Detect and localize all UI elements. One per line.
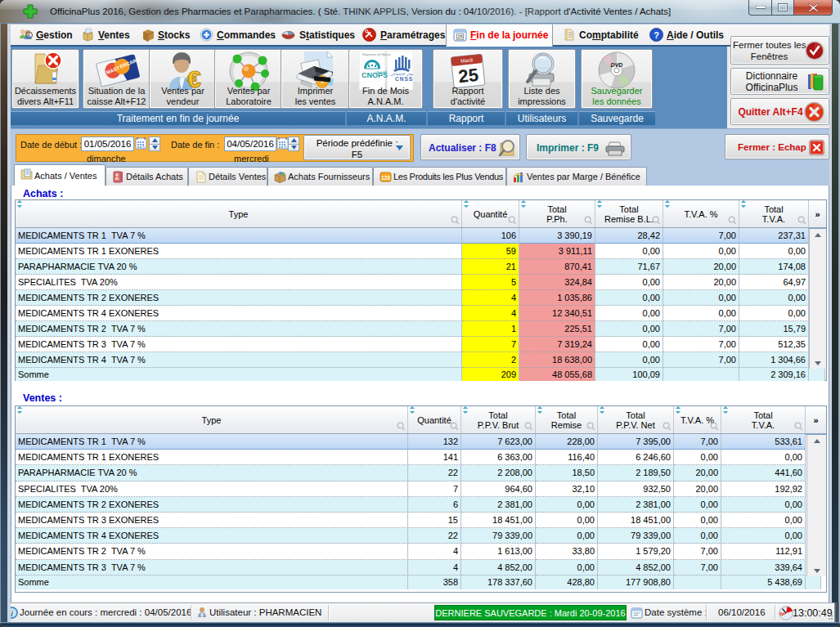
- svg-text:الصندوق: الصندوق: [375, 69, 387, 74]
- svg-text:Royaume du Maroc: Royaume du Maroc: [362, 52, 391, 56]
- svg-text:CNSS: CNSS: [395, 76, 413, 82]
- svg-text:25: 25: [457, 34, 463, 39]
- svg-text:25: 25: [457, 65, 479, 87]
- svg-text:DVD: DVD: [611, 62, 623, 68]
- svg-text:123: 123: [381, 175, 390, 181]
- svg-text:?: ?: [654, 30, 659, 40]
